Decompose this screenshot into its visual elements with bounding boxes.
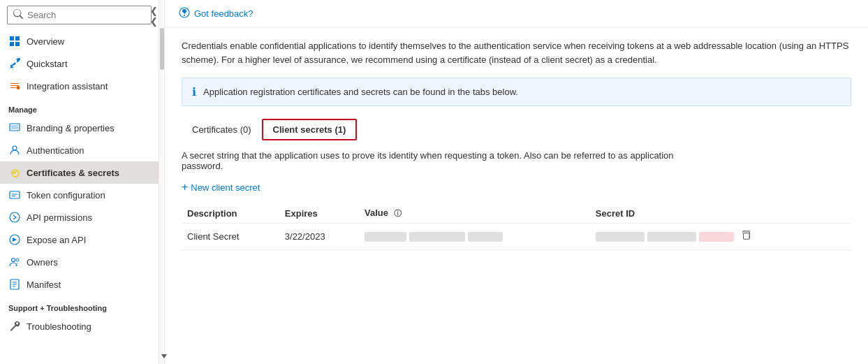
search-box[interactable] — [7, 6, 152, 24]
svg-rect-6 — [11, 125, 18, 129]
svg-point-12 — [10, 212, 20, 222]
blurred-secret-id — [596, 232, 734, 242]
sidebar-label-overview: Overview — [27, 36, 64, 47]
manage-section-label: Manage — [0, 97, 159, 117]
blur-block-3 — [468, 232, 503, 242]
info-banner: ℹ Application registration certificates … — [182, 78, 851, 106]
copy-secret-id-button[interactable] — [738, 229, 753, 244]
sidebar-item-api-permissions[interactable]: API permissions — [0, 206, 159, 228]
sidebar-label-api-permissions: API permissions — [27, 212, 92, 223]
info-banner-text: Application registration certificates an… — [203, 87, 518, 97]
feedback-label[interactable]: Got feedback? — [194, 8, 253, 19]
svg-rect-2 — [10, 42, 14, 46]
grid-icon — [8, 35, 21, 48]
main-content-area: Got feedback? Credentials enable confide… — [165, 0, 868, 364]
tab-client-secrets[interactable]: Client secrets (1) — [262, 119, 358, 140]
sidebar-label-integration-assistant: Integration assistant — [27, 81, 108, 92]
authentication-icon — [8, 144, 21, 156]
sidebar-item-certificates[interactable]: Certificates & secrets — [0, 161, 159, 184]
svg-point-14 — [12, 259, 15, 262]
sidebar-label-authentication: Authentication — [27, 145, 84, 156]
sidebar-label-expose-api: Expose an API — [27, 235, 86, 245]
feedback-icon — [179, 7, 190, 20]
cell-expires: 3/22/2023 — [279, 224, 359, 250]
tab-certificates[interactable]: Certificates (0) — [182, 119, 262, 140]
svg-point-21 — [184, 15, 185, 16]
sidebar-label-quickstart: Quickstart — [27, 59, 68, 69]
sidebar-label-manifest: Manifest — [27, 279, 61, 290]
blur-block-5 — [647, 232, 696, 242]
sidebar-item-overview[interactable]: Overview — [0, 30, 159, 52]
svg-rect-3 — [15, 42, 20, 46]
rocket-icon — [8, 57, 21, 70]
wrench-icon — [8, 320, 21, 333]
tabs-row: Certificates (0) Client secrets (1) — [182, 119, 851, 140]
svg-point-15 — [16, 259, 19, 261]
sidebar-label-token-config: Token configuration — [27, 190, 105, 201]
sidebar-item-authentication[interactable]: Authentication — [0, 139, 159, 161]
blur-block-6 — [699, 232, 734, 242]
sidebar-item-quickstart[interactable]: Quickstart — [0, 52, 159, 75]
api-icon — [8, 211, 21, 224]
blurred-value — [365, 232, 503, 242]
blur-block-4 — [596, 232, 645, 242]
tab-description: A secret string that the application use… — [182, 150, 712, 171]
branding-icon — [8, 122, 21, 134]
svg-rect-9 — [10, 191, 20, 198]
svg-point-7 — [13, 146, 17, 150]
svg-rect-22 — [743, 233, 749, 240]
plus-icon: + — [182, 181, 188, 194]
svg-point-8 — [12, 170, 19, 177]
sidebar-label-troubleshooting: Troubleshooting — [27, 321, 91, 332]
cell-description: Client Secret — [182, 224, 279, 250]
search-icon — [13, 9, 23, 21]
new-client-secret-button[interactable]: + New client secret — [182, 181, 260, 194]
sidebar-item-troubleshooting[interactable]: Troubleshooting — [0, 315, 159, 337]
blur-block-1 — [365, 232, 406, 242]
col-header-expires: Expires — [279, 203, 359, 224]
sidebar-item-branding[interactable]: Branding & properties — [0, 117, 159, 139]
manifest-icon — [8, 278, 21, 291]
integration-icon — [8, 80, 21, 92]
certificates-icon — [8, 166, 21, 179]
new-secret-label: New client secret — [191, 182, 260, 193]
sidebar-item-token-config[interactable]: Token configuration — [0, 184, 159, 206]
sidebar-scrollbar[interactable] — [159, 0, 165, 364]
scroll-down-arrow[interactable] — [161, 354, 167, 358]
svg-point-4 — [17, 86, 20, 89]
sidebar-label-branding: Branding & properties — [27, 123, 115, 133]
blur-block-2 — [409, 232, 465, 242]
secrets-table: Description Expires Value ⓘ Secret ID Cl… — [182, 203, 851, 250]
support-section-label: Support + Troubleshooting — [0, 296, 159, 315]
sidebar-label-certificates: Certificates & secrets — [27, 168, 119, 178]
sidebar-item-integration-assistant[interactable]: Integration assistant — [0, 75, 159, 97]
svg-rect-1 — [15, 36, 20, 41]
sidebar-item-manifest[interactable]: Manifest — [0, 273, 159, 296]
expose-icon — [8, 233, 21, 246]
feedback-bar[interactable]: Got feedback? — [165, 0, 868, 28]
sidebar-label-owners: Owners — [27, 257, 58, 268]
sidebar-collapse-btn[interactable]: ❮ ❮ — [150, 6, 158, 27]
sidebar-item-expose-api[interactable]: Expose an API — [0, 228, 159, 251]
cell-secret-id — [590, 224, 851, 250]
col-header-value: Value ⓘ — [359, 203, 590, 224]
owners-icon — [8, 256, 21, 268]
token-icon — [8, 189, 21, 201]
value-header-label: Value — [365, 208, 388, 218]
search-input[interactable] — [27, 10, 145, 20]
table-row: Client Secret 3/22/2023 — [182, 224, 851, 250]
col-header-secret-id: Secret ID — [590, 203, 851, 224]
credentials-description: Credentials enable confidential applicat… — [182, 39, 851, 66]
sidebar-item-owners[interactable]: Owners — [0, 251, 159, 273]
info-icon: ℹ — [192, 85, 196, 99]
value-info-icon[interactable]: ⓘ — [394, 209, 402, 217]
sidebar-nav: Overview Quickstart Integration assistan… — [0, 30, 159, 364]
cell-value — [359, 224, 590, 250]
col-header-description: Description — [182, 203, 279, 224]
svg-rect-0 — [10, 36, 14, 41]
